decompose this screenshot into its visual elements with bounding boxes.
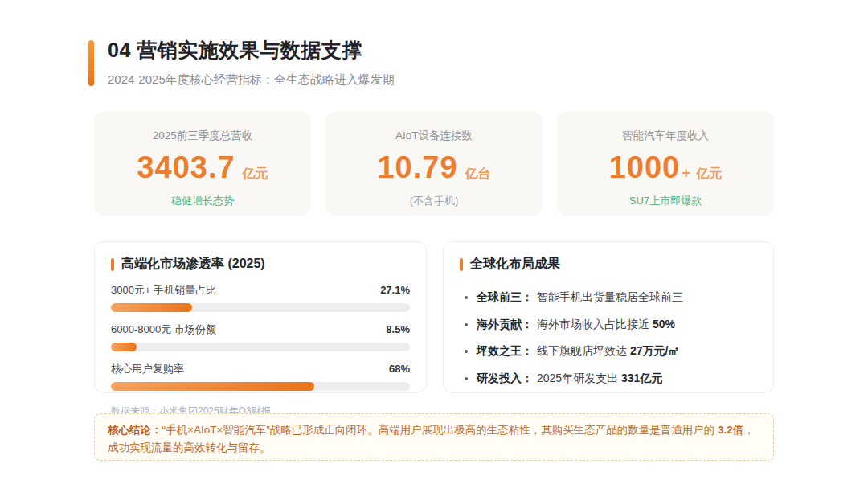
stat-note: SU7上市即爆款 — [557, 194, 774, 208]
metric-value: 68% — [389, 363, 410, 375]
stat-value: 10.79 — [377, 150, 457, 185]
list-item: 全球前三：智能手机出货量稳居全球前三 — [465, 290, 757, 306]
stat-note: 稳健增长态势 — [94, 194, 311, 208]
page-title: 04 营销实施效果与数据支撑 — [108, 37, 395, 64]
stat-label: AIoT设备连接数 — [326, 129, 542, 143]
title-accent-bar — [111, 258, 114, 271]
metric-label: 核心用户复购率 — [111, 362, 184, 376]
stat-label: 2025前三季度总营收 — [94, 129, 311, 143]
stat-value-suffix: + — [682, 164, 690, 182]
bullet-label: 坪效之王： — [477, 344, 533, 357]
metric-row: 核心用户复购率 68% — [111, 362, 410, 391]
progress-fill — [111, 303, 192, 312]
metric-row: 6000-8000元 市场份额 8.5% — [111, 322, 410, 351]
stat-note: (不含手机) — [326, 194, 542, 208]
progress-track — [111, 303, 410, 312]
bullet-icon — [465, 323, 468, 326]
bullet-label: 研发投入： — [477, 372, 533, 384]
stat-value-row: 1000 + 亿元 — [557, 150, 774, 185]
global-layout-panel: 全球化布局成果 全球前三：智能手机出货量稳居全球前三 海外贡献：海外市场收入占比… — [443, 241, 774, 393]
list-item: 研发投入：2025年研发支出 331亿元 — [465, 371, 757, 387]
stat-unit: 亿元 — [243, 166, 268, 183]
metric-row: 3000元+ 手机销量占比 27.1% — [111, 283, 410, 312]
stat-unit: 亿元 — [696, 166, 722, 183]
bullet-text: 2025年研发支出 — [537, 372, 621, 384]
stat-value: 3403.7 — [137, 150, 235, 185]
bullet-icon — [465, 296, 468, 299]
conclusion-label: 核心结论： — [108, 424, 162, 436]
stat-cards-row: 2025前三季度总营收 3403.7 亿元 稳健增长态势 AIoT设备连接数 1… — [94, 112, 774, 216]
progress-track — [111, 382, 410, 391]
stat-value: 1000 — [609, 150, 681, 185]
list-item: 坪效之王：线下旗舰店坪效达 27万元/㎡ — [465, 343, 757, 359]
stat-value-row: 10.79 亿台 — [326, 150, 542, 185]
metric-value: 27.1% — [380, 284, 410, 296]
bullet-label: 海外贡献： — [477, 318, 533, 331]
panel-title-row: 全球化布局成果 — [444, 242, 773, 273]
list-item: 海外贡献：海外市场收入占比接近 50% — [465, 317, 757, 333]
header: 04 营销实施效果与数据支撑 2024-2025年度核心经营指标：全生态战略进入… — [108, 37, 395, 88]
slide-marketing-results: 04 营销实施效果与数据支撑 2024-2025年度核心经营指标：全生态战略进入… — [0, 0, 868, 501]
conclusion-callout: 核心结论：“手机×AIoT×智能汽车”战略已形成正向闭环。高端用户展现出极高的生… — [94, 413, 774, 461]
bullet-icon — [465, 377, 468, 380]
progress-fill — [111, 382, 314, 391]
panel-title-row: 高端化市场渗透率 (2025) — [95, 242, 426, 273]
progress-track — [111, 343, 410, 351]
metric-value: 8.5% — [386, 323, 410, 335]
panel-title: 全球化布局成果 — [470, 256, 560, 273]
conclusion-text: “手机×AIoT×智能汽车”战略已形成正向闭环。高端用户展现出极高的生态粘性，其… — [162, 424, 719, 436]
bullet-strong: 27万元/㎡ — [630, 344, 679, 357]
stat-unit: 亿台 — [465, 166, 491, 183]
stat-card-aiot-devices: AIoT设备连接数 10.79 亿台 (不含手机) — [326, 112, 542, 216]
bullet-text: 线下旗舰店坪效达 — [537, 344, 630, 357]
conclusion-strong: 3.2倍 — [718, 424, 743, 436]
stat-card-revenue: 2025前三季度总营收 3403.7 亿元 稳健增长态势 — [94, 112, 311, 216]
title-accent-bar — [460, 258, 463, 271]
metric-label: 6000-8000元 市场份额 — [111, 322, 216, 337]
bullet-strong: 331亿元 — [621, 372, 662, 384]
bullet-text: 智能手机出货量稳居全球前三 — [537, 290, 683, 303]
panel-title: 高端化市场渗透率 (2025) — [121, 256, 265, 273]
progress-fill — [111, 343, 137, 351]
bullet-list: 全球前三：智能手机出货量稳居全球前三 海外贡献：海外市场收入占比接近 50% 坪… — [444, 273, 773, 386]
bullet-icon — [465, 350, 468, 353]
premium-market-panel: 高端化市场渗透率 (2025) 3000元+ 手机销量占比 27.1% 6000… — [94, 241, 427, 393]
stat-label: 智能汽车年度收入 — [557, 129, 774, 143]
page-subtitle: 2024-2025年度核心经营指标：全生态战略进入爆发期 — [108, 72, 395, 88]
header-accent-bar — [88, 40, 94, 86]
metric-bars: 3000元+ 手机销量占比 27.1% 6000-8000元 市场份额 8.5% — [95, 283, 426, 391]
bullet-label: 全球前三： — [477, 290, 533, 303]
bullet-text: 海外市场收入占比接近 — [537, 318, 653, 331]
stat-value-row: 3403.7 亿元 — [94, 150, 311, 185]
stat-card-ev-revenue: 智能汽车年度收入 1000 + 亿元 SU7上市即爆款 — [557, 112, 774, 216]
bullet-strong: 50% — [653, 318, 675, 331]
metric-label: 3000元+ 手机销量占比 — [111, 283, 216, 298]
